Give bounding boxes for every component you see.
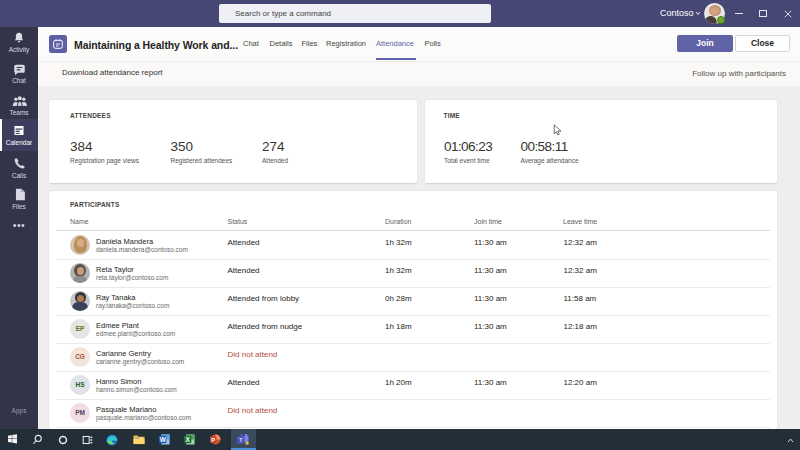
svg-text:X: X [186, 436, 191, 443]
svg-text:W: W [160, 436, 167, 443]
svg-text:T: T [239, 437, 243, 443]
svg-text:P: P [211, 437, 215, 443]
